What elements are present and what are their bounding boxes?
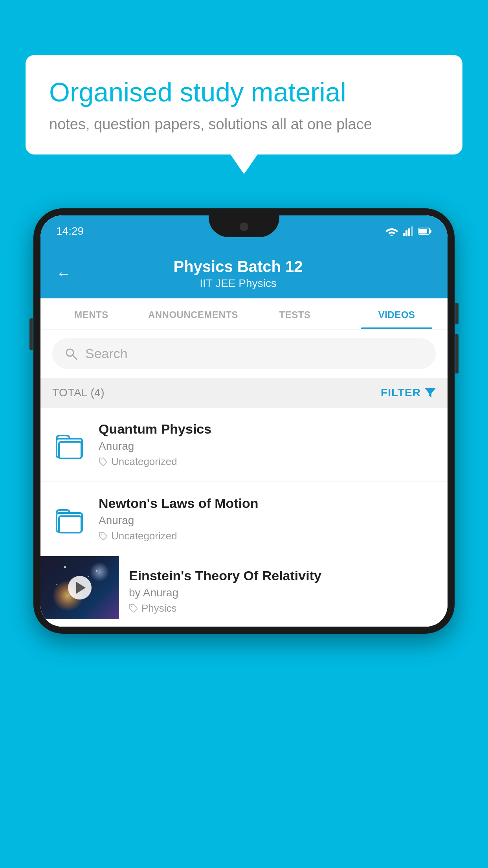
svg-rect-2 [408,228,410,236]
item-title-1: Quantum Physics [99,421,436,437]
folder-icon [55,504,85,534]
svg-marker-9 [425,388,436,397]
thumb-author: by Anurag [129,587,438,599]
filter-bar: TOTAL (4) FILTER [40,378,448,408]
filter-button[interactable]: FILTER [381,386,436,399]
item-author-2: Anurag [99,514,436,527]
svg-rect-14 [59,516,81,533]
power-button [455,303,459,324]
status-icons [385,226,432,236]
svg-rect-11 [59,442,81,458]
tab-announcements[interactable]: ANNOUNCEMENTS [142,298,244,329]
play-triangle-icon [76,582,86,594]
folder-icon [55,430,85,460]
video-icon-2 [52,501,88,537]
speech-bubble-container: Organised study material notes, question… [26,55,462,154]
svg-rect-1 [405,230,407,236]
item-info-1: Quantum Physics Anurag Uncategorized [99,421,436,468]
tab-ments[interactable]: MENTS [40,298,142,329]
thumb-tag: Physics [129,602,438,614]
play-button[interactable] [68,576,92,600]
content-list: Quantum Physics Anurag Uncategorized [40,408,448,627]
header-title: Physics Batch 12 [83,258,393,276]
wifi-icon [385,226,398,236]
volume-button-right [455,334,459,373]
item-title-2: Newton's Laws of Motion [99,496,436,511]
search-container: Search [40,329,448,378]
list-item[interactable]: Newton's Laws of Motion Anurag Uncategor… [40,482,448,556]
header-subtitle: IIT JEE Physics [83,277,393,290]
speech-bubble: Organised study material notes, question… [26,55,462,154]
tabs-bar: MENTS ANNOUNCEMENTS TESTS VIDEOS [40,298,448,329]
item-author-1: Anurag [99,440,436,452]
item-info-2: Newton's Laws of Motion Anurag Uncategor… [99,496,436,542]
signal-icon [403,226,414,236]
volume-button [29,318,33,350]
speech-bubble-title: Organised study material [49,77,439,107]
tag-icon [129,604,138,613]
tab-videos[interactable]: VIDEOS [346,298,448,329]
camera-dot [240,223,248,231]
item-tag-2: Uncategorized [99,530,436,542]
phone-outer: 14:29 [33,208,455,634]
search-placeholder: Search [85,346,128,361]
battery-icon [418,227,432,235]
svg-rect-3 [411,226,413,236]
thumb-title: Einstein's Theory Of Relativity [129,568,438,583]
svg-line-8 [73,355,77,359]
phone-screen: 14:29 [40,215,448,627]
app-header: ← Physics Batch 12 IIT JEE Physics [40,247,448,298]
phone-wrapper: 14:29 [33,208,455,868]
tag-icon [99,457,108,467]
tag-icon [99,531,108,541]
speech-bubble-subtitle: notes, question papers, solutions all at… [49,116,439,133]
total-count: TOTAL (4) [52,386,105,399]
video-thumbnail [40,556,119,619]
tab-tests[interactable]: TESTS [244,298,346,329]
svg-rect-5 [419,229,427,234]
video-icon-1 [52,427,88,462]
back-button[interactable]: ← [56,265,71,282]
svg-rect-6 [430,230,431,233]
header-title-group: Physics Batch 12 IIT JEE Physics [83,258,393,290]
thumb-info: Einstein's Theory Of Relativity by Anura… [119,556,448,626]
item-tag-1: Uncategorized [99,456,436,468]
search-icon [64,347,78,361]
filter-icon [425,388,436,397]
search-box[interactable]: Search [52,338,436,369]
status-bar: 14:29 [40,215,448,247]
status-time: 14:29 [56,225,84,237]
list-item[interactable]: Quantum Physics Anurag Uncategorized [40,408,448,482]
svg-rect-0 [403,233,405,236]
list-item-thumb[interactable]: Einstein's Theory Of Relativity by Anura… [40,556,448,627]
